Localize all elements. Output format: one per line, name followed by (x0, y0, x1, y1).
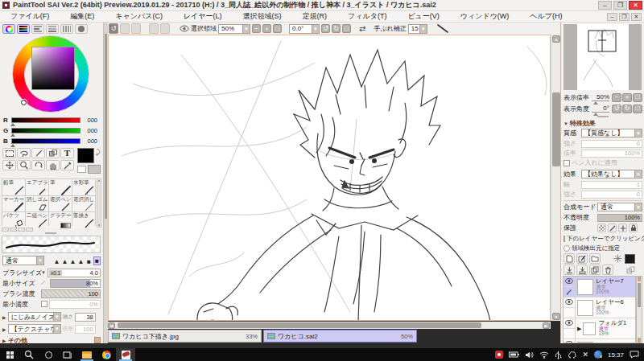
nav-angle-reset-button[interactable]: □ (633, 105, 642, 113)
layer-thumbnail[interactable] (577, 342, 593, 344)
others-label[interactable]: その他 (8, 336, 27, 345)
duplicate-layer-icon[interactable] (589, 265, 601, 275)
menu-window[interactable]: ウィンドウ(W) (450, 11, 520, 22)
nav-rotate-cw-button[interactable]: ↻ (622, 105, 632, 113)
flip-horizontal-icon[interactable]: ⇄ (359, 24, 365, 33)
menu-selection[interactable]: 選択領域(S) (233, 11, 292, 22)
brush-gradation[interactable]: グラデーション (49, 212, 72, 228)
brush-set-tab-3[interactable] (18, 228, 25, 232)
new-folder-icon[interactable] (589, 253, 601, 264)
layer-visibility-eye-icon[interactable] (564, 277, 575, 287)
hsv-slider-mode-icon[interactable] (31, 24, 44, 34)
scroll-down-button[interactable]: ▼ (552, 313, 560, 320)
brush-doodle[interactable]: 落描き (72, 212, 95, 228)
fx-texture-select[interactable]: 【質感なし】▼ (581, 129, 642, 137)
tray-app-orb-icon[interactable] (594, 351, 602, 359)
magic-wand-tool-icon[interactable] (31, 148, 45, 158)
doc-minimize-button[interactable]: – (607, 13, 617, 21)
doc-restore-button[interactable]: ❐ (619, 13, 630, 21)
stroke-style-icon[interactable] (437, 24, 448, 33)
battery-icon[interactable] (509, 351, 519, 358)
brush-blend-select[interactable]: 通常▼ (2, 256, 44, 265)
brush-eraser[interactable]: 消しゴム (26, 196, 48, 212)
taskbar-search-icon[interactable] (19, 348, 39, 361)
zoom-reset-button[interactable]: □ (273, 24, 282, 33)
noise-strength-value[interactable]: 38 (75, 313, 96, 322)
redo-button[interactable] (120, 23, 130, 34)
protect-transparency-icon[interactable] (597, 224, 606, 232)
brush-bucket[interactable]: バケツ (2, 212, 25, 228)
angle-select[interactable]: 0.0°▼ (289, 24, 320, 34)
primary-color-swatch[interactable] (77, 148, 94, 163)
doc-tab-active[interactable]: ワカヒコ.sai2 50% (263, 330, 417, 343)
display-angle-value[interactable]: 0° (592, 105, 609, 113)
layer-visibility-eye-icon[interactable] (564, 318, 575, 329)
lasso-tool-icon[interactable] (17, 148, 31, 158)
doc-close-button[interactable]: ✕ (631, 13, 642, 21)
menu-help[interactable]: ヘルプ(H) (519, 11, 572, 22)
brush-marker[interactable]: マーカー (2, 196, 25, 212)
region-radio[interactable] (564, 245, 570, 252)
tray-recorder-icon[interactable] (495, 351, 503, 359)
zoom-out-button[interactable]: − (252, 24, 261, 33)
menu-file[interactable]: ファイル(F) (0, 11, 60, 22)
tray-close-icon[interactable]: ✕ (582, 351, 588, 359)
others-expand-icon[interactable]: ▶ (2, 338, 6, 343)
hue-cursor[interactable] (21, 100, 27, 105)
horizontal-scroll-thumb[interactable] (118, 322, 481, 328)
layer-row[interactable]: レイヤー6 通常 100% (564, 297, 635, 318)
layer-thumbnail[interactable] (577, 300, 593, 316)
density-slider[interactable]: 100 (41, 289, 101, 298)
size-unit-dropdown-icon[interactable]: ▼ (41, 270, 46, 275)
eyedropper-tool-icon[interactable] (60, 160, 74, 170)
transparent-color-swatch[interactable] (77, 166, 86, 173)
brush-set-tab-1[interactable] (2, 228, 9, 232)
r-slider[interactable] (11, 117, 80, 123)
brush-set-tab-2[interactable] (10, 228, 17, 232)
fx-header-row[interactable]: ▼特殊効果 (564, 119, 596, 128)
zoom-tool-icon[interactable] (17, 160, 31, 170)
brush-size-slider[interactable]: x0.1 4.0 (47, 269, 101, 277)
menu-view[interactable]: ビュー(V) (397, 11, 449, 22)
display-zoom-value[interactable]: 50% (592, 93, 609, 101)
restore-button[interactable]: ❐ (613, 1, 627, 10)
min-density-slider[interactable]: 0% (49, 300, 101, 309)
saturation-value-box[interactable] (31, 47, 75, 90)
rect-select-tool-icon[interactable] (2, 148, 16, 158)
clock[interactable]: 15:37 (608, 351, 624, 359)
canvas-vertical-scrollbar[interactable]: ▲ ▼ (551, 35, 560, 321)
scratchpad-mode-icon[interactable] (75, 24, 88, 34)
angle-reset-button[interactable]: □ (342, 24, 351, 33)
color-wheel-mode-icon[interactable] (2, 24, 15, 34)
merge-down-icon[interactable] (564, 265, 575, 275)
menu-filter[interactable]: フィルタ(T) (337, 11, 397, 22)
fx-effect-select[interactable]: 【効果なし】▼ (581, 170, 642, 178)
canvas[interactable] (108, 35, 551, 321)
secondary-color-swatch[interactable] (88, 165, 101, 174)
mixer-mode-icon[interactable] (46, 24, 59, 34)
noise-expand-icon[interactable]: ▶ (2, 314, 6, 320)
brush-brush[interactable]: 筆 (49, 179, 72, 195)
tip-shape-3[interactable]: ▲ (69, 256, 76, 265)
file-explorer-icon[interactable] (77, 348, 97, 361)
g-slider[interactable] (11, 128, 80, 133)
texture-expand-icon[interactable]: ▶ (2, 326, 6, 332)
menu-edit[interactable]: 編集(E) (60, 11, 105, 22)
swatches-mode-icon[interactable] (60, 24, 73, 34)
brush-selection-pen[interactable]: 選択ペン (49, 196, 72, 212)
navigator[interactable] (564, 24, 642, 90)
menu-layer[interactable]: レイヤー(L) (173, 11, 233, 22)
rotate-view-tool-icon[interactable] (31, 160, 45, 170)
scroll-up-button[interactable]: ▲ (552, 35, 560, 43)
doc-tab-sketch[interactable]: ワカヒコ下描き.jpg 33% (108, 330, 262, 343)
close-button[interactable]: ✕ (629, 1, 642, 10)
hand-tool-icon[interactable] (46, 160, 60, 170)
action-center-icon[interactable] (630, 351, 639, 359)
panel-scroll-button[interactable] (94, 337, 101, 343)
layer-row[interactable]: レイヤー1 (564, 339, 635, 343)
noise-select[interactable]: にじみ&ノイズ▼ (8, 312, 61, 322)
nav-zoom-out-button[interactable]: − (612, 93, 621, 102)
selection-visibility-eye-icon[interactable] (180, 25, 189, 32)
layer-row-selected[interactable]: レイヤー7 通常 100% (564, 277, 635, 297)
menu-ruler[interactable]: 定規(R) (292, 11, 338, 22)
